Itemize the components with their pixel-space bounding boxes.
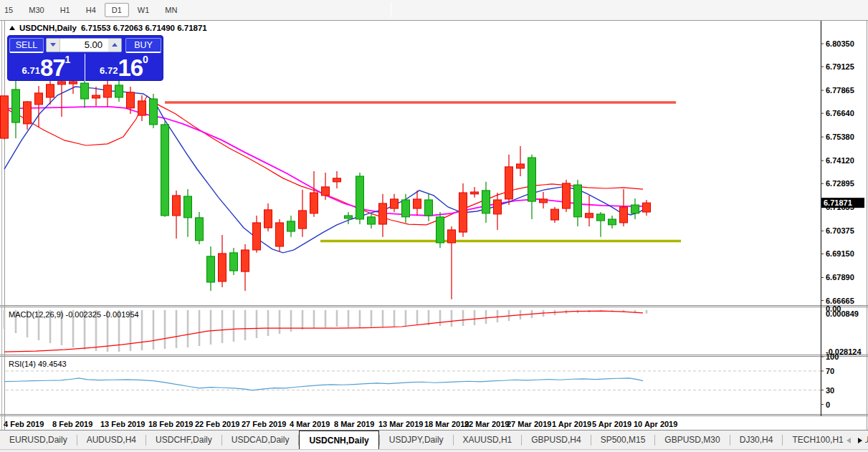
collapse-triangle-icon[interactable]: [9, 26, 15, 30]
buy-price-sup: 0: [143, 54, 148, 65]
tab-usdjpy-daily[interactable]: USDJPY,Daily: [380, 431, 453, 449]
candle-body: [402, 200, 410, 217]
candle-body: [81, 83, 89, 99]
rsi-axis-label: 100: [826, 352, 839, 361]
candle-body: [1, 96, 9, 138]
candle-body: [379, 203, 387, 224]
timeframe-button-h4[interactable]: H4: [79, 3, 103, 17]
candle-body: [127, 92, 135, 108]
sell-button[interactable]: SELL: [9, 38, 44, 53]
sell-price[interactable]: 6.71 87 1: [8, 54, 85, 81]
price-axis-label: 6.75380: [826, 133, 854, 141]
date-axis-label: 1 Apr 2019: [552, 420, 591, 428]
candle-body: [517, 164, 525, 168]
tab-scroll-left-icon[interactable]: [846, 438, 851, 443]
chart-ohlc-title: USDCNH,Daily 6.71553 6.72063 6.71490 6.7…: [9, 24, 207, 32]
candle-body: [299, 211, 307, 229]
buy-price-small: 6.72: [100, 65, 118, 76]
tab-usdcad-daily[interactable]: USDCAD,Daily: [222, 431, 299, 449]
sell-price-big: 87: [40, 57, 65, 79]
tab-sp500-m15[interactable]: SP500,M15: [591, 431, 655, 449]
candle-body: [494, 200, 502, 214]
candle-body: [597, 214, 605, 221]
candle-body: [104, 85, 112, 97]
buy-price-big: 16: [118, 57, 143, 79]
tab-eurusd-daily[interactable]: EURUSD,Daily: [0, 431, 77, 449]
candle-body: [230, 253, 238, 271]
date-axis-label: 13 Feb 2019: [100, 420, 145, 428]
rsi-axis-label: 70: [826, 367, 834, 375]
date-axis-label: 22 Mar 2019: [464, 420, 509, 428]
trade-panel-prices: 6.71 87 1 6.72 16 0: [8, 54, 163, 81]
timeframe-button-d1[interactable]: D1: [105, 3, 129, 17]
tab-usdchf-daily[interactable]: USDCHF,Daily: [146, 431, 221, 449]
candle-body: [333, 178, 341, 182]
candle-body: [24, 102, 32, 124]
spinner-down-icon: [50, 43, 56, 47]
candle-body: [609, 219, 616, 225]
chart-ohlc-values: 6.71553 6.72063 6.71490 6.71871: [81, 24, 207, 32]
timeframe-button-w1[interactable]: W1: [130, 3, 157, 17]
candle-body: [368, 217, 376, 224]
date-axis-label: 27 Mar 2019: [507, 420, 551, 428]
volume-increase-button[interactable]: [108, 39, 121, 52]
timeframe-button-h1[interactable]: H1: [53, 3, 77, 17]
date-axis-label: 13 Mar 2019: [378, 420, 423, 428]
toolbar-separator: [391, 2, 391, 17]
date-axis-label: 27 Feb 2019: [242, 420, 286, 428]
candle-body: [322, 187, 330, 196]
tab-tech100-h1[interactable]: TECH100,H1: [783, 431, 852, 449]
candle-body: [391, 199, 399, 208]
tab-gbpusd-m30[interactable]: GBPUSD,M30: [655, 431, 729, 449]
symbol-tabs: EURUSD,DailyAUDUSD,H4USDCHF,DailyUSDCAD,…: [0, 431, 868, 449]
price-axis-label: 6.80350: [826, 39, 854, 48]
date-axis-label: 5 Apr 2019: [592, 420, 631, 428]
date-axis-label: 18 Feb 2019: [148, 420, 193, 428]
candle-body: [540, 199, 548, 203]
candle-body: [253, 223, 261, 250]
candle-body: [287, 221, 295, 231]
chart-window: 6.803506.791256.778656.766406.753806.741…: [0, 20, 868, 430]
volume-decrease-button[interactable]: [47, 39, 59, 52]
tab-audusd-h4[interactable]: AUDUSD,H4: [77, 431, 146, 449]
candle-body: [586, 213, 593, 218]
sell-price-small: 6.71: [22, 65, 40, 76]
date-axis-label: 4 Mar 2019: [290, 420, 330, 428]
candle-body: [264, 210, 272, 228]
status-strip: [0, 449, 868, 452]
tab-gbpusd-h4[interactable]: GBPUSD,H4: [522, 431, 590, 449]
candle-body: [150, 99, 158, 125]
candle-body: [437, 217, 444, 243]
date-axis-label: 22 Feb 2019: [195, 420, 239, 428]
candle-body: [219, 254, 226, 282]
timeframe-button-m30[interactable]: M30: [22, 3, 51, 17]
volume-input[interactable]: [59, 39, 108, 52]
candle-body: [12, 90, 20, 122]
timeframe-button-15[interactable]: 15: [0, 3, 20, 17]
candle-body: [643, 203, 651, 212]
tab-dj30-h4[interactable]: DJ30,H4: [730, 431, 783, 449]
date-axis-label: 8 Feb 2019: [52, 420, 92, 428]
price-axis-label: 6.70375: [826, 226, 854, 235]
candle-body: [92, 95, 100, 98]
price-axis-label: 6.72895: [826, 179, 854, 188]
date-axis-label: 18 Mar 2019: [424, 420, 469, 428]
timeframe-button-mn[interactable]: MN: [158, 3, 184, 17]
tab-usdcnh-daily[interactable]: USDCNH,Daily: [299, 431, 378, 449]
candle-body: [345, 216, 353, 218]
candle-body: [425, 200, 433, 216]
volume-spinner: [46, 38, 122, 52]
candle-body: [47, 85, 54, 97]
buy-button[interactable]: BUY: [125, 38, 161, 53]
buy-price[interactable]: 6.72 16 0: [85, 54, 163, 81]
rsi-axis-label: 0: [826, 400, 830, 409]
symbol-tabbar: EURUSD,DailyAUDUSD,H4USDCHF,DailyUSDCAD,…: [0, 430, 868, 449]
tab-scroll-arrows: [846, 431, 865, 449]
sell-price-sup: 1: [65, 54, 71, 65]
tab-xauusd-h1[interactable]: XAUUSD,H1: [454, 431, 522, 449]
tab-scroll-right-icon[interactable]: [858, 438, 862, 443]
candle-body: [184, 196, 192, 218]
candle-body: [528, 158, 536, 201]
price-axis-label: 6.69150: [826, 249, 854, 258]
candle-body: [620, 207, 628, 223]
